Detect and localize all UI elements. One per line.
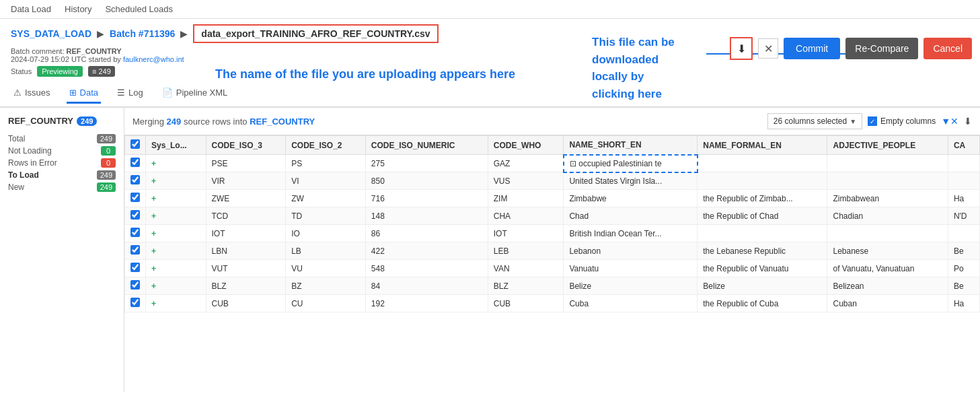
row-adjective: Chadian <box>827 207 948 225</box>
table-row: +LBNLB422LEBLebanonthe Lebanese Republic… <box>125 242 980 260</box>
nav-scheduled-loads[interactable]: Scheduled Loads <box>105 4 172 14</box>
issues-icon: ⚠ <box>13 88 22 98</box>
row-code-iso2: VI <box>286 172 366 190</box>
row-checkbox[interactable] <box>125 295 146 312</box>
cancel-button[interactable]: Cancel <box>924 38 972 59</box>
row-adjective: Zimbabwean <box>827 190 948 207</box>
row-check[interactable] <box>130 210 140 220</box>
row-ca <box>948 155 979 172</box>
row-checkbox[interactable] <box>125 225 146 242</box>
row-adjective: Lebanese <box>827 242 948 260</box>
col-checkbox[interactable] <box>125 136 146 155</box>
row-checkbox[interactable] <box>125 277 146 295</box>
filter-icon[interactable]: ▼✕ <box>941 116 958 127</box>
merging-text: Merging 249 source rows into REF_COUNTRY <box>133 116 315 127</box>
col-name-short: NAME_SHORT_EN <box>564 136 698 155</box>
row-action: + <box>146 190 206 207</box>
row-check[interactable] <box>130 158 140 167</box>
row-action: + <box>146 295 206 312</box>
col-code-who: CODE_WHO <box>488 136 564 155</box>
empty-columns-checkbox[interactable]: ✓ <box>868 116 877 126</box>
download-table-icon[interactable]: ⬇ <box>964 116 972 127</box>
row-ca: Ha <box>948 190 979 207</box>
recompare-button[interactable]: Re-Compare <box>845 38 918 59</box>
log-icon: ☰ <box>117 88 125 98</box>
tab-issues[interactable]: ⚠ Issues <box>11 83 53 104</box>
nav-history[interactable]: History <box>65 4 91 14</box>
nav-data-load[interactable]: Data Load <box>11 4 51 14</box>
columns-selected-label: 26 columns selected <box>774 116 847 126</box>
row-code-iso2: ZW <box>286 190 366 207</box>
download-file-button[interactable]: ⬇ <box>730 37 753 60</box>
row-check[interactable] <box>130 245 140 255</box>
row-checkbox[interactable] <box>125 260 146 277</box>
merging-header: Merging 249 source rows into REF_COUNTRY… <box>124 108 980 135</box>
breadcrumb-root[interactable]: SYS_DATA_LOAD <box>11 28 91 39</box>
tab-data[interactable]: ⊞ Data <box>67 83 101 104</box>
plus-icon: + <box>151 299 156 308</box>
stats-table: Total 249 Not Loading 0 Rows in Error 0 … <box>8 133 116 193</box>
row-name-formal: the Republic of Vanuatu <box>698 260 827 277</box>
col-sys-lo: Sys_Lo... <box>146 136 206 155</box>
tab-log[interactable]: ☰ Log <box>114 83 146 104</box>
row-code-iso2: LB <box>286 242 366 260</box>
row-check[interactable] <box>130 263 140 272</box>
row-name-formal: the Lebanese Republic <box>698 242 827 260</box>
row-name-formal: the Republic of Chad <box>698 207 827 225</box>
row-check[interactable] <box>130 298 140 307</box>
col-name-formal: NAME_FORMAL_EN <box>698 136 827 155</box>
breadcrumb-file: data_export_TRAINING_AFRO_REF_COUNTRY.cs… <box>193 24 438 43</box>
row-code-numeric: 148 <box>365 207 488 225</box>
row-ca: Be <box>948 242 979 260</box>
breadcrumb-batch[interactable]: Batch #711396 <box>110 28 175 39</box>
row-name-short: United States Virgin Isla... <box>564 172 698 190</box>
row-code-numeric: 422 <box>365 242 488 260</box>
row-ca: Ha <box>948 295 979 312</box>
row-check[interactable] <box>130 228 140 237</box>
row-checkbox[interactable] <box>125 190 146 207</box>
row-check[interactable] <box>130 193 140 202</box>
row-check[interactable] <box>130 280 140 290</box>
row-checkbox[interactable] <box>125 207 146 225</box>
row-code-iso3: CUB <box>206 295 286 312</box>
data-table-wrapper: Sys_Lo... CODE_ISO_3 CODE_ISO_2 CODE_ISO… <box>124 135 980 392</box>
row-name-formal <box>698 172 827 190</box>
row-ca <box>948 225 979 242</box>
entity-count-badge: 249 <box>77 116 97 126</box>
columns-selector[interactable]: 26 columns selected ▼ <box>767 113 862 129</box>
row-action: + <box>146 207 206 225</box>
status-badge: Previewing <box>37 66 83 77</box>
stat-new: New 249 <box>8 181 116 193</box>
row-name-short: Vanuatu <box>564 260 698 277</box>
plus-icon: + <box>151 264 156 273</box>
close-button[interactable]: ✕ <box>758 38 778 59</box>
row-adjective <box>827 225 948 242</box>
row-ca: Po <box>948 260 979 277</box>
columns-controls: 26 columns selected ▼ ✓ Empty columns ▼✕… <box>767 113 972 129</box>
row-name-short: Chad <box>564 207 698 225</box>
row-code-iso2: VU <box>286 260 366 277</box>
row-name-formal: the Republic of Zimbab... <box>698 190 827 207</box>
commit-button[interactable]: Commit <box>784 38 840 59</box>
row-code-who: ZIM <box>488 190 564 207</box>
row-code-who: IOT <box>488 225 564 242</box>
row-adjective: Cuban <box>827 295 948 312</box>
row-checkbox[interactable] <box>125 242 146 260</box>
row-check[interactable] <box>130 175 140 185</box>
tab-pipeline-xml[interactable]: 📄 Pipeline XML <box>159 83 231 104</box>
top-navigation: Data Load History Scheduled Loads <box>0 0 980 19</box>
table-row: +CUBCU192CUBCubathe Republic of CubaCuba… <box>125 295 980 312</box>
row-code-iso3: IOT <box>206 225 286 242</box>
row-code-numeric: 84 <box>365 277 488 295</box>
right-panel: Merging 249 source rows into REF_COUNTRY… <box>124 108 980 392</box>
row-adjective <box>827 155 948 172</box>
download-icon: ⬇ <box>737 42 746 55</box>
row-action: + <box>146 242 206 260</box>
row-ca: N'D <box>948 207 979 225</box>
select-all-checkbox[interactable] <box>130 139 140 149</box>
empty-columns-toggle[interactable]: ✓ Empty columns <box>868 116 936 126</box>
row-checkbox[interactable] <box>125 172 146 190</box>
row-checkbox[interactable] <box>125 155 146 172</box>
row-action: + <box>146 155 206 172</box>
col-adjective: ADJECTIVE_PEOPLE <box>827 136 948 155</box>
